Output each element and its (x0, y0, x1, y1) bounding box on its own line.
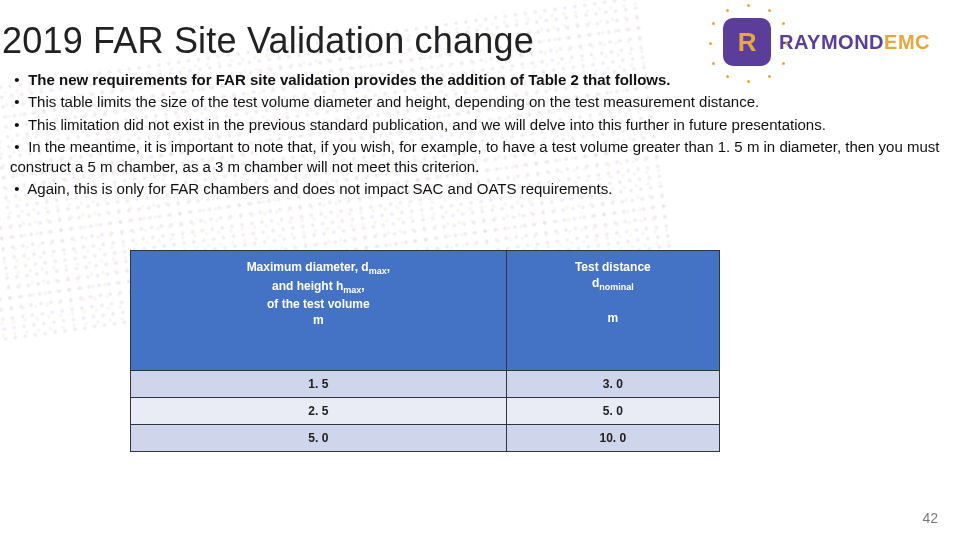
bullet-item: • The new requirements for FAR site vali… (10, 70, 940, 90)
table-cell: 10. 0 (506, 425, 719, 452)
logo-badge: R (723, 18, 771, 66)
logo-dot-ring (709, 4, 785, 80)
table-cell: 3. 0 (506, 371, 719, 398)
logo-word-suffix: EMC (884, 31, 930, 53)
page-number: 42 (922, 510, 938, 526)
logo-r-icon: R (738, 27, 757, 58)
bullet-item: • This table limits the size of the test… (10, 92, 940, 112)
bullet-text: Again, this is only for FAR chambers and… (27, 180, 612, 197)
bullet-text: In the meantime, it is important to note… (10, 138, 939, 175)
table-cell: 5. 0 (506, 398, 719, 425)
table-cell: 2. 5 (131, 398, 507, 425)
table-2: Maximum diameter, dmax, and height hmax,… (130, 250, 720, 452)
table-cell: 5. 0 (131, 425, 507, 452)
bullet-text: The new requirements for FAR site valida… (28, 71, 670, 88)
logo-text: RAYMONDEMC (779, 32, 930, 52)
table-header-col2: Test distance dnominal m (506, 251, 719, 371)
bullet-item: • In the meantime, it is important to no… (10, 137, 940, 178)
bullet-list: • The new requirements for FAR site vali… (10, 70, 940, 202)
table-header-col1: Maximum diameter, dmax, and height hmax,… (131, 251, 507, 371)
page-title: 2019 FAR Site Validation change (2, 20, 534, 62)
bullet-item: • Again, this is only for FAR chambers a… (10, 179, 940, 199)
table-row: 1. 5 3. 0 (131, 371, 720, 398)
bullet-text: This limitation did not exist in the pre… (28, 116, 826, 133)
brand-logo: R RAYMONDEMC (723, 18, 930, 66)
table-row: 2. 5 5. 0 (131, 398, 720, 425)
table-cell: 1. 5 (131, 371, 507, 398)
bullet-text: This table limits the size of the test v… (28, 93, 759, 110)
bullet-item: • This limitation did not exist in the p… (10, 115, 940, 135)
logo-word-main: RAYMOND (779, 31, 884, 53)
table-row: 5. 0 10. 0 (131, 425, 720, 452)
